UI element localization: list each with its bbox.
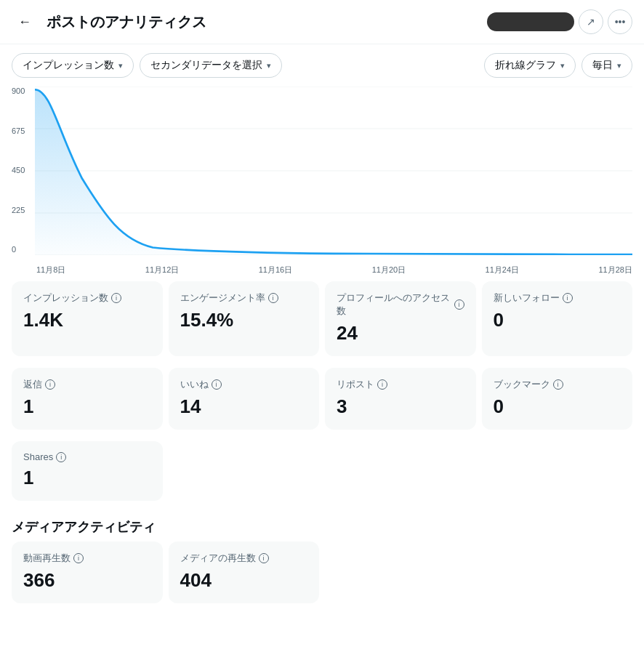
chevron-down-icon-2: ▾: [267, 61, 271, 71]
y-label-0: 0: [12, 245, 25, 254]
metric-bookmarks-value: 0: [494, 395, 621, 418]
y-label-900: 900: [12, 86, 25, 95]
metrics-section-1: インプレッション数 i 1.4K エンゲージメント率 i 15.4% プロフィー…: [0, 275, 644, 362]
metric-reposts-label: リポスト i: [337, 378, 464, 391]
metrics-grid-3: Shares i 1: [12, 441, 632, 501]
info-icon-media-plays[interactable]: i: [259, 553, 269, 563]
metric-impressions: インプレッション数 i 1.4K: [12, 281, 163, 356]
metric-media-plays-value: 404: [180, 569, 308, 592]
metric-replies: 返信 i 1: [12, 368, 163, 430]
info-icon-video-plays[interactable]: i: [73, 553, 84, 563]
back-button[interactable]: ←: [12, 9, 38, 35]
metric-media-plays-label: メディアの再生数 i: [180, 552, 308, 565]
metric-reposts: リポスト i 3: [325, 368, 476, 430]
metric-follows-value: 0: [494, 309, 621, 331]
metric-video-plays-label: 動画再生数 i: [23, 552, 151, 565]
x-label-2: 11月16日: [259, 265, 292, 275]
primary-metric-label: インプレッション数: [23, 59, 114, 72]
interval-label: 毎日: [592, 59, 613, 72]
y-label-450: 450: [12, 166, 25, 174]
chart-type-dropdown[interactable]: 折れ線グラフ ▾: [484, 53, 576, 78]
metric-profile-label: プロフィールへのアクセス数 i: [337, 291, 464, 318]
metric-likes-value: 14: [180, 395, 308, 418]
metric-follows-label: 新しいフォロー i: [494, 291, 621, 305]
chart-x-axis: 11月8日 11月12日 11月16日 11月20日 11月24日 11月28日: [36, 265, 632, 275]
chart-svg-area: [35, 86, 632, 255]
info-icon-replies[interactable]: i: [45, 379, 55, 390]
chart-type-controls: 折れ線グラフ ▾ 毎日 ▾: [484, 53, 632, 78]
metric-profile-access: プロフィールへのアクセス数 i 24: [325, 281, 476, 356]
x-label-4: 11月24日: [486, 265, 519, 275]
metric-shares: Shares i 1: [12, 441, 163, 501]
info-icon-impressions[interactable]: i: [111, 293, 121, 303]
secondary-metric-dropdown[interactable]: セカンダリデータを選択 ▾: [140, 53, 282, 78]
primary-metric-dropdown[interactable]: インプレッション数 ▾: [12, 53, 134, 78]
interval-dropdown[interactable]: 毎日 ▾: [581, 53, 632, 78]
x-label-5: 11月28日: [598, 265, 632, 275]
metric-bookmarks-label: ブックマーク i: [494, 378, 621, 391]
metric-media-plays: メディアの再生数 i 404: [169, 542, 320, 603]
info-icon-reposts[interactable]: i: [377, 379, 387, 390]
metric-replies-value: 1: [23, 395, 151, 418]
media-section-title: メディアアクティビティ: [0, 507, 644, 542]
x-label-0: 11月8日: [36, 265, 65, 275]
metrics-grid-2: 返信 i 1 いいね i 14 リポスト i 3 ブックマーク i 0: [12, 368, 632, 430]
metric-reposts-value: 3: [337, 395, 464, 418]
chevron-down-icon: ▾: [118, 61, 123, 71]
back-icon: ←: [18, 15, 31, 30]
metrics-section-2: 返信 i 1 いいね i 14 リポスト i 3 ブックマーク i 0: [0, 362, 644, 435]
header-action-btn-2[interactable]: •••: [608, 9, 632, 34]
page-title: ポストのアナリティクス: [47, 12, 478, 32]
info-icon-shares[interactable]: i: [56, 452, 66, 462]
media-activity-section: メディアアクティビティ 動画再生数 i 366 メディアの再生数 i 404: [0, 507, 644, 615]
header-pill: [487, 12, 574, 31]
metric-shares-label: Shares i: [23, 451, 151, 462]
chevron-down-icon-4: ▾: [617, 61, 621, 71]
metric-impressions-value: 1.4K: [23, 309, 151, 331]
chart-y-axis: 900 675 450 225 0: [12, 86, 25, 254]
x-label-1: 11月12日: [145, 265, 179, 275]
chart-type-label: 折れ線グラフ: [495, 59, 556, 72]
metric-likes-label: いいね i: [180, 378, 308, 391]
metric-new-follows: 新しいフォロー i 0: [482, 281, 633, 356]
info-icon-follows[interactable]: i: [563, 293, 573, 303]
metric-engagement: エンゲージメント率 i 15.4%: [169, 281, 320, 356]
y-label-675: 675: [12, 126, 25, 135]
metric-video-plays-value: 366: [23, 569, 151, 592]
metric-shares-value: 1: [23, 467, 151, 489]
metric-likes: いいね i 14: [169, 368, 320, 430]
metrics-grid-1: インプレッション数 i 1.4K エンゲージメント率 i 15.4% プロフィー…: [12, 281, 632, 356]
metric-engagement-value: 15.4%: [180, 309, 308, 331]
more-icon: •••: [615, 16, 626, 28]
metric-bookmarks: ブックマーク i 0: [482, 368, 633, 430]
share-icon: ↗: [587, 16, 595, 28]
info-icon-engagement[interactable]: i: [268, 293, 278, 303]
metric-profile-value: 24: [337, 322, 464, 345]
header-action-btn-1[interactable]: ↗: [579, 9, 603, 34]
metric-video-plays: 動画再生数 i 366: [12, 542, 163, 603]
chevron-down-icon-3: ▾: [560, 61, 565, 71]
chart-controls: インプレッション数 ▾ セカンダリデータを選択 ▾ 折れ線グラフ ▾ 毎日 ▾: [0, 44, 644, 86]
info-icon-bookmarks[interactable]: i: [553, 379, 563, 390]
info-icon-likes[interactable]: i: [212, 379, 222, 390]
y-label-225: 225: [12, 206, 25, 214]
header: ← ポストのアナリティクス ↗ •••: [0, 0, 644, 44]
x-label-3: 11月20日: [372, 265, 406, 275]
secondary-metric-label: セカンダリデータを選択: [150, 59, 262, 72]
header-actions: ↗ •••: [487, 9, 632, 34]
metrics-section-3: Shares i 1: [0, 435, 644, 507]
info-icon-profile[interactable]: i: [454, 299, 464, 310]
metric-replies-label: 返信 i: [23, 378, 151, 391]
line-chart-svg: [35, 86, 632, 255]
chart-container: 900 675 450 225 0 11月8日 11月12: [0, 86, 644, 275]
metric-engagement-label: エンゲージメント率 i: [180, 291, 308, 305]
media-metrics-grid: 動画再生数 i 366 メディアの再生数 i 404: [0, 542, 644, 615]
metric-impressions-label: インプレッション数 i: [23, 291, 151, 305]
